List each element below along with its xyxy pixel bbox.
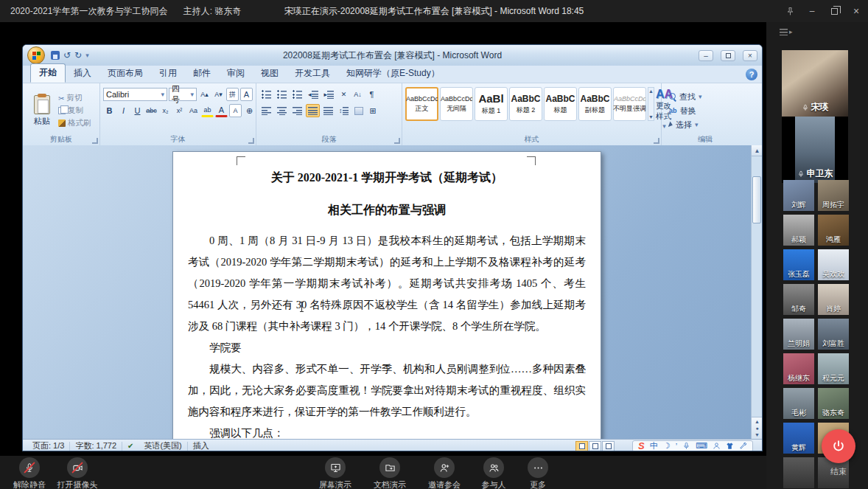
word-restore-icon[interactable] (721, 50, 735, 61)
scroll-down-icon[interactable]: ▼ (648, 114, 654, 119)
bullets-button[interactable] (259, 88, 273, 101)
help-icon[interactable]: ? (746, 69, 757, 80)
character-shading-button[interactable]: A (229, 104, 242, 117)
copy-button[interactable]: 复制 (58, 105, 91, 116)
underline-button[interactable]: U (131, 104, 144, 117)
font-dialog-launcher-icon[interactable] (248, 138, 254, 144)
cut-button[interactable]: ✂ 剪切 (58, 93, 91, 103)
print-layout-view-button[interactable] (575, 441, 588, 451)
settings-wrench-icon[interactable] (739, 442, 747, 450)
next-page-icon[interactable]: ▼ (755, 432, 760, 437)
chinese-mode-icon[interactable]: 中 (650, 440, 658, 451)
replace-button[interactable]: ab 替换 (669, 105, 746, 117)
grow-font-button[interactable]: A▴ (198, 88, 211, 101)
minimize-icon[interactable]: – (806, 5, 818, 17)
align-left-button[interactable] (259, 104, 273, 117)
justify-button[interactable] (306, 104, 320, 117)
language-indicator[interactable]: 英语(美国) (139, 440, 186, 451)
document-page[interactable]: 关于 2020-2021-1 学期开学考试（延期考试） 相关工作的布置与强调 0… (172, 151, 601, 439)
subscript-button[interactable]: x₂ (159, 104, 172, 117)
restore-icon[interactable] (828, 5, 840, 17)
tab-mailings[interactable]: 邮件 (185, 65, 219, 83)
sogou-logo-icon[interactable]: S (638, 440, 645, 451)
participant-tile[interactable]: 骆东奇 (818, 388, 849, 419)
sort-button[interactable]: A↓ (351, 88, 364, 101)
tab-references[interactable]: 引用 (151, 65, 185, 83)
vertical-scrollbar[interactable]: ▲ ▲ ● ▼ (751, 145, 762, 439)
tab-home[interactable]: 开始 (30, 63, 66, 83)
tab-cnki-estudy[interactable]: 知网研学（原E-Study） (338, 65, 448, 83)
page-indicator[interactable]: 页面: 1/3 (27, 440, 69, 451)
close-icon[interactable]: × (850, 5, 862, 17)
account-icon[interactable] (713, 442, 721, 450)
align-right-button[interactable] (290, 104, 304, 117)
participants-button[interactable]: 参与人 (475, 456, 513, 489)
multilevel-list-button[interactable] (290, 88, 304, 101)
participant-tile[interactable]: 兰明娟 (783, 319, 814, 350)
page-browse-buttons[interactable]: ▲ ● ▼ (752, 417, 762, 439)
shrink-font-button[interactable]: A▾ (212, 88, 225, 101)
tab-developer[interactable]: 开发工具 (287, 65, 338, 83)
style-heading2[interactable]: AaBbC 标题 2 (509, 87, 542, 121)
phonetic-guide-button[interactable]: 拼 (226, 88, 239, 101)
featured-video-speaker[interactable]: 申卫东 (782, 117, 848, 183)
styles-dialog-launcher-icon[interactable] (654, 138, 659, 144)
style-title[interactable]: AaBbC 标题 (544, 87, 577, 121)
document-share-button[interactable]: 文档演示 (365, 456, 414, 489)
italic-button[interactable]: I (117, 104, 130, 117)
scroll-up-icon[interactable]: ▲ (752, 145, 762, 156)
participant-tile[interactable]: 肖婷 (818, 284, 849, 315)
participant-tile[interactable]: 张玉磊 (783, 249, 814, 280)
word-close-icon[interactable]: × (743, 50, 757, 61)
web-layout-view-button[interactable] (602, 441, 615, 451)
style-subtitle[interactable]: AaBbC 副标题 (578, 87, 612, 121)
previous-page-icon[interactable]: ▲ (755, 419, 760, 424)
format-painter-button[interactable]: 格式刷 (58, 118, 91, 128)
tab-review[interactable]: 审阅 (219, 65, 253, 83)
clipboard-dialog-launcher-icon[interactable] (92, 138, 98, 144)
numbering-button[interactable] (275, 88, 289, 101)
bold-button[interactable]: B (103, 104, 116, 117)
fullwidth-icon[interactable]: ☽ (663, 441, 671, 451)
font-family-select[interactable]: Calibri ▾ (103, 88, 167, 101)
participant-tile[interactable]: 郝颖 (783, 215, 814, 246)
participant-tile[interactable]: 吴欢欢 (818, 249, 849, 280)
style-heading1[interactable]: AaBl 标题 1 (475, 87, 508, 121)
character-border-button[interactable]: A (240, 88, 253, 101)
style-normal[interactable]: AaBbCcDd 正文 (405, 87, 438, 121)
invite-button[interactable]: 邀请参会 (420, 456, 469, 489)
highlight-button[interactable]: ab (201, 104, 214, 117)
featured-video-presenter[interactable]: 宋瑛 (782, 50, 848, 117)
participant-tile[interactable]: 鸿雁 (818, 215, 849, 246)
shading-button[interactable] (352, 104, 365, 117)
tab-view[interactable]: 视图 (253, 65, 287, 83)
scroll-up-icon[interactable]: ▲ (648, 89, 654, 94)
document-area[interactable]: 关于 2020-2021-1 学期开学考试（延期考试） 相关工作的布置与强调 0… (23, 145, 762, 439)
line-spacing-button[interactable]: ↕ (337, 104, 351, 117)
punctuation-icon[interactable]: ’ (676, 442, 677, 451)
participant-tile[interactable]: 毛彬 (783, 388, 814, 419)
strikethrough-button[interactable]: abc (145, 104, 158, 117)
decrease-indent-button[interactable]: ◂ (306, 88, 321, 101)
skin-icon[interactable] (726, 442, 734, 450)
change-case-button[interactable]: Aa (187, 104, 200, 117)
paragraph-dialog-launcher-icon[interactable] (394, 138, 400, 144)
increase-indent-button[interactable]: ▸ (322, 88, 337, 101)
tab-insert[interactable]: 插入 (66, 65, 99, 83)
participant-tile[interactable]: 邹奇 (783, 284, 814, 315)
participant-tile[interactable]: 杨继东 (783, 353, 814, 384)
select-browse-object-icon[interactable]: ● (755, 426, 758, 431)
superscript-button[interactable]: x² (173, 104, 186, 117)
more-button[interactable]: 更多 (519, 456, 557, 489)
find-button[interactable]: 查找 ▾ (669, 91, 746, 103)
show-marks-button[interactable]: ¶ (365, 88, 378, 101)
paste-button[interactable]: 粘贴 (26, 86, 58, 135)
styles-gallery-scrollbar[interactable]: ▲ ▼ (648, 87, 654, 121)
pin-icon[interactable] (784, 5, 796, 17)
align-center-button[interactable] (275, 104, 289, 117)
participant-tile[interactable]: 程元元 (818, 353, 849, 384)
insert-mode[interactable]: 插入 (188, 440, 214, 451)
borders-button[interactable]: ⊞ (367, 104, 379, 117)
participant-tile[interactable]: 周拓宇 (818, 180, 849, 211)
style-subtle-emphasis[interactable]: AaBbCcDd 不明显强调 (613, 87, 646, 121)
